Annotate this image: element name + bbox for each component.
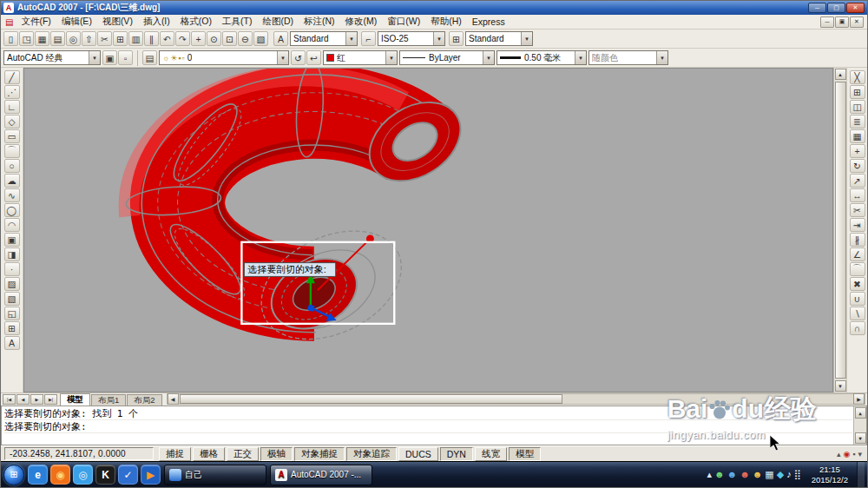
maximize-button[interactable]: ▢ [827,3,845,13]
status-toggle[interactable]: 捕捉 [159,447,191,461]
extend-icon[interactable]: ⇥ [850,218,865,232]
scroll-up-icon[interactable] [835,69,846,80]
taskbar-clock[interactable]: 21:15 2015/12/2 [806,465,853,485]
fillet-icon[interactable]: ⌒ [850,262,865,276]
stretch-icon[interactable]: ↔ [850,188,865,202]
mdi-minimize-button[interactable]: ─ [820,16,834,28]
union-icon[interactable]: ∪ [850,292,865,306]
layout-tab[interactable]: 布局1 [91,394,126,406]
kugou-music-icon[interactable]: K [95,465,115,485]
scroll-left-icon[interactable] [168,393,179,405]
cut-icon[interactable]: ✂ [97,31,112,46]
show-desktop-button[interactable] [857,462,865,488]
command-scrollbar[interactable] [853,406,866,445]
security-shield-icon[interactable]: ✓ [118,465,138,485]
status-toggle[interactable]: DUCS [398,447,438,461]
undo-icon[interactable]: ↶ [160,31,174,46]
canvas-vertical-scrollbar[interactable] [833,68,846,392]
multiline-text-icon[interactable]: A [4,336,20,350]
spline-icon[interactable]: ∿ [4,188,20,202]
tray-user-blue-icon[interactable]: ☻ [727,470,738,479]
chevron-down-icon[interactable] [385,51,397,64]
scroll-down-icon[interactable] [855,432,866,444]
status-toggle[interactable]: 正交 [227,447,259,461]
chevron-down-icon[interactable] [345,32,357,45]
mirror-icon[interactable]: ◫ [850,100,865,114]
circle-icon[interactable]: ○ [4,159,20,173]
zoom-window-icon[interactable]: ⊡ [222,31,237,46]
status-toggle[interactable]: 模型 [509,447,541,461]
menu-item[interactable]: 格式(O) [175,15,217,29]
taskbar-window-qq[interactable]: 自己 [164,465,266,485]
gradient-icon[interactable]: ▧ [4,292,20,306]
status-toggle[interactable]: 对象捕捉 [294,447,345,461]
tray-user-green-icon[interactable]: ☻ [714,470,725,479]
tray-user-yellow-icon[interactable]: ☻ [753,470,763,479]
layout-tab[interactable]: 模型 [60,393,90,406]
toolbar-lock-icon[interactable]: ▫ [118,50,133,65]
status-toggle[interactable]: DYN [440,447,473,461]
status-toggle[interactable]: 对象追踪 [346,447,397,461]
rotate-icon[interactable]: ↻ [850,159,865,173]
last-tab-icon[interactable] [44,394,57,405]
layer-properties-icon[interactable]: ▤ [142,50,157,65]
style-dropdown[interactable]: Standard [465,31,533,46]
previous-tab-icon[interactable] [16,394,30,405]
menu-item[interactable]: 文件(F) [16,15,56,29]
copy-icon[interactable]: ⊞ [113,31,128,46]
menu-item[interactable]: 插入(I) [138,15,175,29]
style-dropdown[interactable]: ISO-25 [378,31,445,46]
start-button[interactable]: ⊞ [3,465,24,485]
redo-icon[interactable]: ↷ [175,31,190,46]
style-icon[interactable]: ⊞ [449,31,464,46]
construction-line-icon[interactable]: ⋰ [4,85,20,99]
network-icon[interactable]: ⣿ [794,470,801,479]
minimize-button[interactable]: ─ [808,3,826,13]
region-icon[interactable]: ◱ [4,307,20,320]
workspace-combo[interactable]: AutoCAD 经典 [3,50,101,65]
chevron-down-icon[interactable] [521,32,532,45]
menu-item[interactable]: 帮助(H) [425,15,467,29]
vertical-scroll-thumb[interactable] [835,82,846,379]
linetype-combo[interactable]: ByLayer [399,50,495,65]
offset-icon[interactable]: ≣ [850,115,865,129]
status-toggle[interactable]: 极轴 [260,447,293,461]
array-icon[interactable]: ▦ [850,129,865,143]
plotstyle-combo[interactable]: 随颜色 [589,50,668,65]
style-dropdown[interactable]: Standard [290,31,358,46]
rectangle-icon[interactable]: ▭ [4,129,20,143]
polygon-icon[interactable]: ◇ [4,115,20,129]
scroll-right-icon[interactable] [853,393,865,405]
color-combo[interactable]: 红 [323,50,398,65]
tray-message-icon[interactable]: ▦ [765,470,773,479]
ellipse-icon[interactable]: ◯ [4,203,20,217]
menu-item[interactable]: 绘图(D) [257,15,299,29]
toolbar-lock-icon[interactable]: ▪ [852,450,855,458]
first-tab-icon[interactable] [3,394,16,405]
pan-icon[interactable]: + [191,31,206,46]
lineweight-combo[interactable]: 0.50 毫米 [496,50,587,65]
paste-icon[interactable]: ▥ [128,31,143,46]
menu-item[interactable]: 工具(T) [217,15,257,29]
insert-block-icon[interactable]: ▣ [4,233,20,247]
hatch-icon[interactable]: ▨ [4,277,20,291]
table-icon[interactable]: ⊞ [4,321,20,335]
plot-icon[interactable]: ▤ [50,31,65,46]
explode-icon[interactable]: ✖ [850,277,865,291]
style-icon[interactable]: ⌐ [361,31,376,46]
layer-combo[interactable]: ☼☀▪▫ 0 [159,50,289,65]
media-player-icon[interactable]: ▶ [141,465,161,485]
mdi-restore-button[interactable]: ▣ [835,16,849,28]
properties-icon[interactable]: ▧ [253,31,268,46]
command-window[interactable]: 选择要剖切的对象: 找到 1 个选择要剖切的对象: [1,406,867,445]
tray-up-arrow-icon[interactable]: ▴ [707,470,712,479]
mdi-close-button[interactable]: ✕ [850,16,864,28]
status-toggle[interactable]: 栅格 [193,447,225,461]
chevron-down-icon[interactable] [483,51,494,64]
menu-item[interactable]: 编辑(E) [56,15,97,29]
status-toggle[interactable]: 线宽 [475,447,507,461]
move-icon[interactable]: + [850,144,865,158]
make-object-layer-current-icon[interactable]: ↺ [291,50,306,65]
make-block-icon[interactable]: ◨ [4,247,20,261]
scale-icon[interactable]: ↗ [850,174,865,188]
